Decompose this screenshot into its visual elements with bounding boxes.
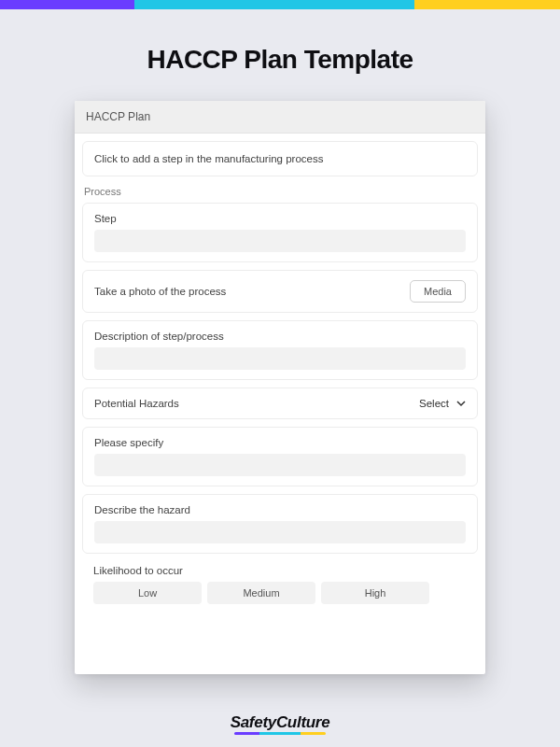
hazards-select[interactable]: Select: [419, 398, 466, 409]
describe-hazard-section: Describe the hazard: [82, 494, 478, 554]
likelihood-option-medium[interactable]: Medium: [207, 582, 315, 604]
brand-logo: SafetyCulture: [231, 713, 330, 732]
likelihood-option-high[interactable]: High: [321, 582, 429, 604]
template-card: HACCP Plan Click to add a step in the ma…: [75, 101, 485, 674]
description-section: Description of step/process: [82, 320, 478, 380]
description-label: Description of step/process: [94, 331, 466, 342]
footer-brand: SafetyCulture: [0, 713, 560, 732]
specify-label: Please specify: [94, 437, 466, 448]
chevron-down-icon: [456, 399, 466, 408]
likelihood-option-low[interactable]: Low: [93, 582, 202, 604]
describe-hazard-input[interactable]: [94, 521, 466, 543]
description-input[interactable]: [94, 347, 466, 370]
top-accent-bar: [0, 0, 560, 9]
photo-section: Take a photo of the process Media: [82, 270, 478, 313]
hazards-select-value: Select: [419, 398, 449, 409]
accent-segment-yellow: [414, 0, 560, 9]
specify-section: Please specify: [82, 427, 478, 486]
process-subheader: Process: [82, 182, 478, 203]
photo-label: Take a photo of the process: [94, 286, 226, 297]
card-header: HACCP Plan: [75, 101, 485, 134]
step-label: Step: [94, 213, 466, 224]
step-input[interactable]: [94, 230, 466, 252]
add-step-hint[interactable]: Click to add a step in the manufacturing…: [82, 141, 478, 176]
card-body: Click to add a step in the manufacturing…: [75, 134, 485, 628]
media-button[interactable]: Media: [410, 280, 466, 303]
brand-underline: [234, 732, 326, 735]
specify-input[interactable]: [94, 454, 466, 476]
page-title: HACCP Plan Template: [0, 45, 560, 75]
step-section: Step: [82, 203, 478, 262]
brand-text: SafetyCulture: [231, 713, 330, 731]
likelihood-label: Likelihood to occur: [93, 565, 467, 576]
likelihood-options: Low Medium High: [93, 582, 467, 604]
accent-segment-cyan: [134, 0, 414, 9]
accent-segment-purple: [0, 0, 134, 9]
hazards-section: Potential Hazards Select: [82, 388, 478, 419]
hazards-label: Potential Hazards: [94, 398, 179, 409]
describe-hazard-label: Describe the hazard: [94, 504, 466, 515]
likelihood-section: Likelihood to occur Low Medium High: [82, 561, 478, 613]
